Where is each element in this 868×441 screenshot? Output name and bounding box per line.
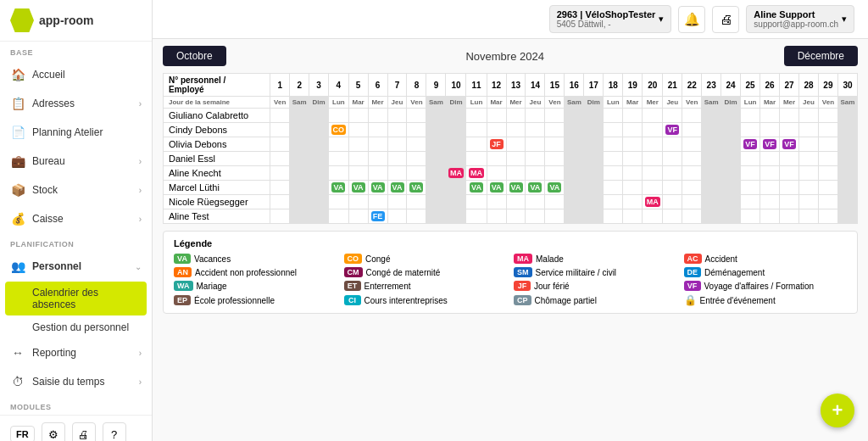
calendar-cell[interactable] — [426, 152, 446, 166]
sidebar-item-personnel[interactable]: 👥 Personnel ⌄ — [0, 252, 152, 281]
calendar-cell[interactable] — [309, 166, 329, 181]
calendar-cell[interactable] — [837, 152, 857, 166]
next-month-button[interactable]: Décembre — [784, 46, 858, 66]
calendar-cell[interactable] — [309, 209, 329, 224]
calendar-cell[interactable] — [780, 209, 799, 224]
sidebar-item-bureau[interactable]: 💼 Bureau › — [0, 147, 152, 176]
calendar-cell[interactable] — [837, 209, 857, 224]
calendar-cell[interactable] — [290, 195, 309, 209]
calendar-cell[interactable] — [368, 152, 387, 166]
calendar-cell[interactable] — [818, 195, 837, 209]
calendar-cell[interactable] — [584, 195, 604, 209]
calendar-cell[interactable] — [407, 152, 426, 166]
calendar-cell[interactable] — [329, 152, 349, 166]
calendar-cell[interactable] — [798, 109, 818, 123]
calendar-cell[interactable] — [721, 166, 741, 181]
calendar-cell[interactable]: VA — [407, 181, 426, 195]
calendar-cell[interactable] — [565, 109, 584, 123]
calendar-cell[interactable] — [760, 166, 780, 181]
calendar-cell[interactable]: VA — [506, 181, 526, 195]
calendar-cell[interactable] — [565, 166, 584, 181]
calendar-cell[interactable] — [565, 137, 584, 152]
calendar-cell[interactable] — [426, 123, 446, 137]
calendar-cell[interactable] — [702, 195, 721, 209]
calendar-cell[interactable] — [780, 152, 799, 166]
calendar-cell[interactable] — [506, 109, 526, 123]
calendar-cell[interactable] — [487, 209, 506, 224]
calendar-cell[interactable] — [407, 166, 426, 181]
calendar-cell[interactable] — [584, 109, 604, 123]
calendar-cell[interactable] — [426, 181, 446, 195]
calendar-cell[interactable] — [818, 152, 837, 166]
calendar-cell[interactable] — [663, 109, 682, 123]
calendar-cell[interactable] — [506, 166, 526, 181]
calendar-cell[interactable] — [760, 109, 780, 123]
calendar-cell[interactable] — [387, 209, 407, 224]
calendar-cell[interactable] — [387, 109, 407, 123]
calendar-cell[interactable]: JF — [487, 137, 506, 152]
calendar-cell[interactable] — [270, 209, 290, 224]
calendar-cell[interactable] — [837, 109, 857, 123]
calendar-cell[interactable] — [682, 109, 702, 123]
calendar-cell[interactable] — [818, 109, 837, 123]
calendar-cell[interactable] — [780, 123, 799, 137]
calendar-cell[interactable] — [643, 181, 663, 195]
calendar-cell[interactable] — [487, 109, 506, 123]
calendar-cell[interactable] — [426, 195, 446, 209]
calendar-cell[interactable] — [545, 137, 565, 152]
calendar-cell[interactable] — [682, 209, 702, 224]
help-button[interactable]: ? — [103, 422, 126, 441]
calendar-cell[interactable]: VA — [545, 181, 565, 195]
calendar-cell[interactable] — [329, 209, 349, 224]
calendar-cell[interactable] — [604, 137, 623, 152]
calendar-cell[interactable]: VA — [348, 181, 368, 195]
calendar-cell[interactable]: VA — [487, 181, 506, 195]
calendar-cell[interactable] — [780, 195, 799, 209]
calendar-cell[interactable] — [526, 123, 545, 137]
calendar-cell[interactable]: VF — [760, 137, 780, 152]
calendar-cell[interactable] — [290, 209, 309, 224]
calendar-cell[interactable] — [798, 152, 818, 166]
company-selector[interactable]: 2963 | VéloShopTester 5405 Dättwil, - ▾ — [549, 5, 672, 33]
calendar-cell[interactable] — [643, 166, 663, 181]
calendar-cell[interactable] — [702, 166, 721, 181]
calendar-cell[interactable] — [526, 137, 545, 152]
calendar-cell[interactable] — [818, 209, 837, 224]
calendar-cell[interactable] — [721, 195, 741, 209]
calendar-cell[interactable]: MA — [466, 166, 487, 181]
calendar-cell[interactable] — [466, 137, 487, 152]
calendar-cell[interactable] — [760, 195, 780, 209]
sidebar-item-accueil[interactable]: 🏠 Accueil — [0, 60, 152, 89]
calendar-cell[interactable] — [623, 209, 643, 224]
language-button[interactable]: FR — [10, 426, 35, 441]
calendar-cell[interactable] — [623, 109, 643, 123]
calendar-cell[interactable] — [487, 123, 506, 137]
sidebar-item-calendrier[interactable]: Calendrier des absences — [5, 282, 147, 315]
calendar-cell[interactable] — [837, 166, 857, 181]
calendar-cell[interactable] — [329, 137, 349, 152]
calendar-cell[interactable] — [584, 123, 604, 137]
calendar-cell[interactable] — [290, 123, 309, 137]
calendar-cell[interactable] — [466, 209, 487, 224]
calendar-cell[interactable]: VF — [663, 123, 682, 137]
calendar-cell[interactable] — [837, 195, 857, 209]
calendar-cell[interactable] — [702, 152, 721, 166]
calendar-cell[interactable] — [702, 137, 721, 152]
calendar-cell[interactable] — [368, 123, 387, 137]
calendar-cell[interactable] — [741, 152, 760, 166]
calendar-cell[interactable] — [760, 152, 780, 166]
calendar-cell[interactable] — [329, 109, 349, 123]
calendar-cell[interactable] — [368, 137, 387, 152]
calendar-cell[interactable] — [741, 209, 760, 224]
calendar-cell[interactable] — [407, 109, 426, 123]
calendar-cell[interactable] — [426, 137, 446, 152]
calendar-cell[interactable]: FE — [368, 209, 387, 224]
calendar-cell[interactable] — [309, 181, 329, 195]
calendar-cell[interactable] — [387, 195, 407, 209]
calendar-cell[interactable] — [545, 166, 565, 181]
calendar-cell[interactable] — [837, 123, 857, 137]
calendar-cell[interactable]: VA — [526, 181, 545, 195]
calendar-cell[interactable] — [290, 152, 309, 166]
calendar-cell[interactable] — [407, 123, 426, 137]
calendar-cell[interactable] — [682, 181, 702, 195]
